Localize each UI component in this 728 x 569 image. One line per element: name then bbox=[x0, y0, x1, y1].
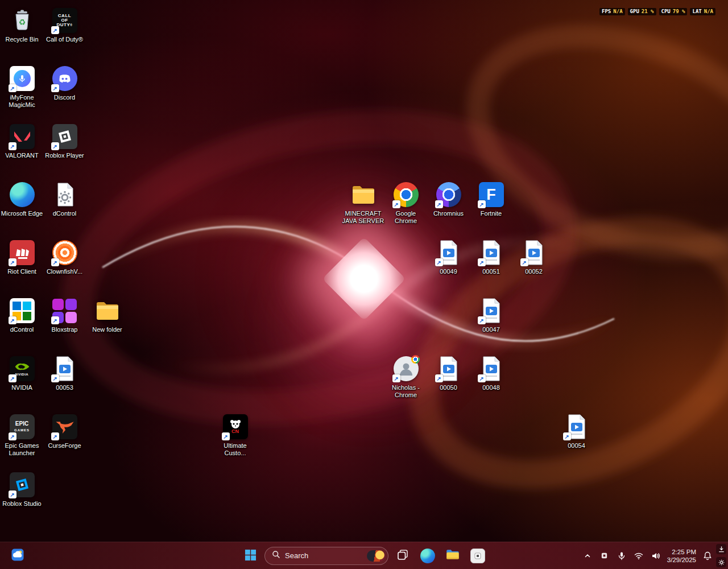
desktop-icon-label: 00051 bbox=[482, 268, 500, 275]
desktop-icon-call-of-duty[interactable]: CALLOFDUTY®↗Call of Duty® bbox=[43, 7, 86, 43]
desktop-icon-clownfishv[interactable]: ↗ClownfishV... bbox=[43, 239, 86, 275]
clownfish-icon: ↗ bbox=[51, 239, 78, 266]
desktop-icon-epic-games-launcher[interactable]: EPICGAMES↗Epic Games Launcher bbox=[1, 413, 43, 457]
search-highlight-image bbox=[367, 550, 385, 562]
shortcut-arrow-badge: ↗ bbox=[392, 374, 400, 382]
desktop-icon-label: Microsoft Edge bbox=[1, 210, 43, 217]
desktop-icon-label: New folder bbox=[92, 326, 122, 333]
desktop-icon-label: VALORANT bbox=[5, 152, 38, 159]
desktop-icon-label: 00048 bbox=[482, 384, 500, 391]
desktop-icon-label: iMyFone MagicMic bbox=[1, 94, 43, 109]
shortcut-arrow-badge: ↗ bbox=[51, 84, 59, 92]
volume-icon[interactable] bbox=[650, 548, 661, 564]
desktop-icon-bloxstrap[interactable]: ↗Bloxstrap bbox=[43, 297, 86, 333]
shortcut-arrow-badge: ↗ bbox=[563, 432, 571, 440]
hidden-icons-chevron[interactable] bbox=[582, 548, 593, 564]
svg-text:♻: ♻ bbox=[18, 18, 26, 27]
media-file-icon: ↗ bbox=[478, 355, 505, 382]
desktop-icon-label: Call of Duty® bbox=[46, 36, 83, 43]
search-icon bbox=[272, 550, 280, 561]
desktop-icon-00048[interactable]: ↗00048 bbox=[470, 355, 512, 391]
corner-tray bbox=[716, 542, 726, 569]
desktop-icon-microsoft-edge[interactable]: Microsoft Edge bbox=[1, 181, 43, 217]
widgets-button[interactable] bbox=[7, 545, 28, 567]
desktop-icon-label: Fortnite bbox=[481, 210, 502, 217]
tray-app-icon[interactable] bbox=[599, 548, 610, 564]
chrome-profile-icon: ↗ bbox=[392, 355, 420, 382]
windows-logo-icon bbox=[245, 549, 257, 563]
pinned-app-button[interactable] bbox=[467, 545, 489, 567]
desktop-icon-google-chrome[interactable]: ↗Google Chrome bbox=[384, 181, 427, 225]
nvidia-icon: NVIDIA↗ bbox=[9, 355, 36, 382]
desktop-icon-minecraft-java-server[interactable]: MINECRAFT JAVA SERVER bbox=[342, 181, 384, 225]
desktop-icon-label: Riot Client bbox=[7, 268, 36, 275]
file-explorer-button[interactable] bbox=[442, 545, 464, 567]
widgets-weather-icon bbox=[11, 548, 24, 563]
desktop-icon-00051[interactable]: ↗00051 bbox=[470, 239, 512, 275]
desktop-icon-nicholas-chrome[interactable]: ↗Nicholas - Chrome bbox=[384, 355, 427, 399]
desktop-icon-label: Google Chrome bbox=[385, 210, 427, 225]
desktop-icon-imyfone-magicmic[interactable]: ↗iMyFone MagicMic bbox=[1, 65, 43, 109]
desktop-icon-dcontrol[interactable]: ↗dControl bbox=[1, 297, 43, 333]
curseforge-icon: ↗ bbox=[51, 413, 78, 440]
shortcut-arrow-badge: ↗ bbox=[478, 316, 486, 324]
desktop-icon-00047[interactable]: ↗00047 bbox=[470, 297, 512, 333]
microphone-tray-icon[interactable] bbox=[616, 548, 627, 564]
desktop-icon-curseforge[interactable]: ↗CurseForge bbox=[43, 413, 86, 450]
desktop-icon-00050[interactable]: ↗00050 bbox=[427, 355, 470, 391]
taskbar: Search bbox=[0, 542, 728, 569]
media-file-icon: ↗ bbox=[435, 239, 462, 266]
task-view-button[interactable] bbox=[392, 545, 413, 567]
desktop-icon-00053[interactable]: ↗00053 bbox=[43, 355, 86, 391]
desktop-icons: ♻Recycle BinCALLOFDUTY®↗Call of Duty®↗iM… bbox=[0, 0, 728, 542]
media-file-icon: ↗ bbox=[563, 413, 590, 440]
shortcut-arrow-badge: ↗ bbox=[435, 258, 443, 266]
recycle-bin-icon: ♻ bbox=[9, 7, 36, 34]
task-view-icon bbox=[396, 549, 409, 563]
pinned-app-icon bbox=[470, 549, 485, 563]
desktop-icon-valorant[interactable]: ↗VALORANT bbox=[1, 123, 43, 159]
corner-settings-icon[interactable] bbox=[716, 557, 726, 567]
desktop-icon-label: 00053 bbox=[56, 384, 73, 391]
update-tray-icon[interactable] bbox=[716, 544, 726, 554]
desktop-icon-00054[interactable]: ↗00054 bbox=[555, 413, 598, 450]
bloxstrap-icon: ↗ bbox=[51, 297, 78, 324]
shortcut-arrow-badge: ↗ bbox=[51, 432, 59, 440]
desktop-icon-chromnius[interactable]: ↗Chromnius bbox=[427, 181, 470, 217]
desktop-icon-nvidia[interactable]: NVIDIA↗NVIDIA bbox=[1, 355, 43, 391]
desktop-icon-00052[interactable]: ↗00052 bbox=[512, 239, 555, 275]
notifications-bell-icon[interactable] bbox=[702, 548, 713, 564]
shortcut-arrow-badge: ↗ bbox=[478, 374, 486, 382]
shortcut-arrow-badge: ↗ bbox=[9, 490, 16, 498]
taskbar-clock[interactable]: 2:25 PM 3/29/2025 bbox=[667, 548, 696, 564]
desktop-surface[interactable]: FPS N/A GPU 21 % CPU 79 % LAT N/A ♻Recyc… bbox=[0, 0, 728, 569]
shortcut-arrow-badge: ↗ bbox=[222, 432, 230, 440]
edge-taskbar-button[interactable] bbox=[417, 545, 439, 567]
shortcut-arrow-badge: ↗ bbox=[51, 374, 59, 382]
call-of-duty-icon: CALLOFDUTY®↗ bbox=[51, 7, 78, 34]
desktop-icon-riot-client[interactable]: ↗Riot Client bbox=[1, 239, 43, 275]
start-button[interactable] bbox=[239, 545, 261, 567]
desktop-icon-dcontrol[interactable]: dControl bbox=[43, 181, 86, 217]
desktop-icon-label: 00054 bbox=[568, 442, 585, 450]
desktop-icon-label: 00052 bbox=[525, 268, 543, 275]
desktop-icon-new-folder[interactable]: New folder bbox=[86, 297, 129, 333]
shortcut-arrow-badge: ↗ bbox=[51, 258, 59, 266]
discord-icon: ↗ bbox=[51, 65, 78, 92]
desktop-icon-label: Roblox Player bbox=[45, 152, 84, 159]
media-file-icon: ↗ bbox=[520, 239, 548, 266]
desktop-icon-roblox-studio[interactable]: ↗Roblox Studio bbox=[1, 471, 43, 508]
desktop-icon-recycle-bin[interactable]: ♻Recycle Bin bbox=[1, 7, 43, 43]
desktop-icon-fortnite[interactable]: F↗Fortnite bbox=[470, 181, 512, 217]
epic-games-icon: EPICGAMES↗ bbox=[9, 413, 36, 440]
desktop-icon-label: Ultimate Custo... bbox=[214, 442, 257, 457]
desktop-icon-roblox-player[interactable]: ↗Roblox Player bbox=[43, 123, 86, 159]
roblox-player-icon: ↗ bbox=[51, 123, 78, 150]
shortcut-arrow-badge: ↗ bbox=[9, 142, 16, 150]
taskbar-search[interactable]: Search bbox=[264, 547, 388, 565]
shortcut-arrow-badge: ↗ bbox=[51, 142, 59, 150]
wifi-icon[interactable] bbox=[633, 548, 644, 564]
desktop-icon-discord[interactable]: ↗Discord bbox=[43, 65, 86, 101]
desktop-icon-00049[interactable]: ↗00049 bbox=[427, 239, 470, 275]
desktop-icon-ultimate-custo[interactable]: CN↗Ultimate Custo... bbox=[214, 413, 257, 457]
